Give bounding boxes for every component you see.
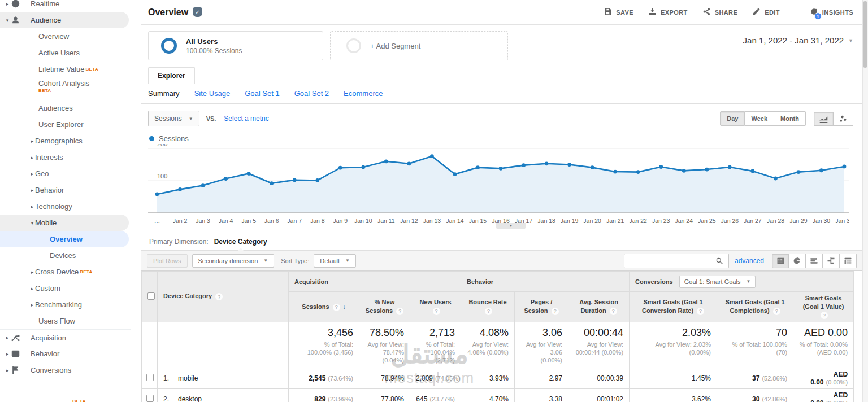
help-icon[interactable]: ? bbox=[333, 304, 340, 311]
metric-selector[interactable]: Sessions ▼ bbox=[148, 111, 199, 126]
beta-badge: BETA bbox=[85, 67, 98, 72]
column-header-bounce-rate[interactable]: Bounce Rate ? bbox=[461, 292, 515, 322]
pie-view-icon-button[interactable] bbox=[789, 254, 806, 268]
subtab-goal-set-1[interactable]: Goal Set 1 bbox=[245, 89, 279, 98]
column-header-smart-goals-goal-1-value-[interactable]: Smart Goals (Goal 1 Value) ? bbox=[793, 292, 854, 322]
sidebar-item-user-explorer[interactable]: User Explorer bbox=[0, 116, 131, 133]
sidebar-item-geo[interactable]: ▸Geo bbox=[0, 165, 131, 182]
column-header-avg-session-duration[interactable]: Avg. Session Duration ? bbox=[568, 292, 630, 322]
motion-chart-icon-button[interactable] bbox=[834, 112, 853, 126]
granularity-week[interactable]: Week bbox=[745, 111, 774, 126]
add-segment-button[interactable]: + Add Segment bbox=[330, 31, 508, 60]
sidebar-item-cross-device[interactable]: ▸Cross DeviceBETA bbox=[0, 264, 131, 280]
plot-rows-button[interactable]: Plot Rows bbox=[147, 254, 188, 268]
column-header-sessions[interactable]: Sessions ?↓ bbox=[289, 292, 359, 322]
add-segment-label: + Add Segment bbox=[370, 42, 420, 50]
sidebar-item-benchmarking[interactable]: ▸Benchmarking bbox=[0, 296, 131, 313]
goal-selector[interactable]: Goal 1: Smart Goals▼ bbox=[679, 276, 756, 288]
granularity-month[interactable]: Month bbox=[774, 111, 806, 126]
line-chart-icon-button[interactable] bbox=[814, 112, 834, 126]
help-icon[interactable]: ? bbox=[552, 308, 559, 315]
sidebar-item-acquisition[interactable]: ▸Acquisition bbox=[0, 329, 131, 346]
totals-row: 3,456% of Total:100.00% (3,456)78.50%Avg… bbox=[142, 322, 854, 368]
sidebar-item-technology[interactable]: ▸Technology bbox=[0, 198, 131, 215]
share-button[interactable]: SHARE bbox=[702, 7, 738, 17]
column-header-smart-goals-goal-1-conversion-rate-[interactable]: Smart Goals (Goal 1 Conversion Rate) ? bbox=[630, 292, 717, 322]
dimension-header[interactable]: Device Category ? bbox=[158, 272, 289, 322]
sidebar-item-overview[interactable]: Overview bbox=[0, 231, 129, 247]
line-chart[interactable]: 200100…Jan 2Jan 3Jan 4Jan 5Jan 6Jan 7Jan… bbox=[148, 144, 849, 229]
secondary-dimension-button[interactable]: Secondary dimension▼ bbox=[192, 254, 275, 268]
data-point bbox=[453, 172, 457, 176]
sidebar-item-custom[interactable]: ▸Custom bbox=[0, 280, 131, 296]
data-point bbox=[774, 177, 778, 181]
primary-dimension-value[interactable]: Device Category bbox=[214, 238, 267, 246]
data-point bbox=[705, 168, 709, 172]
percent-view-icon-button[interactable] bbox=[806, 254, 823, 268]
chart-collapse-handle[interactable]: ▼ bbox=[496, 223, 526, 229]
segment-all-users[interactable]: All Users 100.00% Sessions bbox=[148, 31, 323, 60]
sidebar-item-audiences[interactable]: Audiences bbox=[0, 100, 131, 116]
x-tick-label: Jan 30 bbox=[813, 217, 831, 224]
sort-arrow-icon[interactable]: ↓ bbox=[342, 303, 346, 311]
row-checkbox[interactable] bbox=[146, 395, 154, 402]
sidebar-item-active-users[interactable]: Active Users bbox=[0, 45, 131, 61]
sidebar-item-interests[interactable]: ▸Interests bbox=[0, 149, 131, 165]
sidebar-item-lifetime-value[interactable]: Lifetime ValueBETA bbox=[0, 61, 131, 77]
tab-explorer[interactable]: Explorer bbox=[148, 67, 195, 84]
subtab-summary[interactable]: Summary bbox=[148, 89, 180, 98]
sidebar-item-behavior[interactable]: ▸Behavior bbox=[0, 346, 131, 362]
help-icon[interactable]: ? bbox=[697, 308, 704, 315]
sidebar-item-cohort-analysis[interactable]: Cohort AnalysisBETA bbox=[0, 77, 131, 100]
metric-cell: 00:00:39 bbox=[568, 368, 630, 389]
help-icon[interactable]: ? bbox=[433, 308, 440, 315]
help-icon[interactable]: ? bbox=[485, 308, 492, 315]
row-checkbox[interactable] bbox=[146, 374, 154, 381]
table-row-desktop[interactable]: 2.desktop829(23.99%)77.80%645(23.77%)4.7… bbox=[142, 389, 854, 402]
help-icon[interactable]: ? bbox=[396, 308, 403, 315]
sidebar-item-conversions[interactable]: ▸Conversions bbox=[0, 362, 131, 378]
subtab-site-usage[interactable]: Site Usage bbox=[194, 89, 231, 98]
table-row-mobile[interactable]: 1.mobile2,545(73.64%)78.94%2,009(74.05%)… bbox=[142, 368, 854, 389]
help-icon[interactable]: ? bbox=[215, 293, 223, 300]
sidebar-item-users-flow[interactable]: Users Flow bbox=[0, 313, 131, 329]
metric-selector-value: Sessions bbox=[154, 115, 182, 123]
advanced-link[interactable]: advanced bbox=[735, 257, 764, 265]
help-icon[interactable]: ? bbox=[610, 308, 617, 315]
help-icon[interactable]: ? bbox=[773, 308, 780, 315]
chevron-right-icon: ▸ bbox=[5, 368, 10, 373]
select-all-checkbox[interactable] bbox=[147, 292, 155, 300]
sidebar-item-overview[interactable]: Overview bbox=[0, 28, 131, 45]
save-button[interactable]: SAVE bbox=[604, 7, 633, 17]
insights-button[interactable]: INSIGHTS1 bbox=[810, 7, 853, 17]
sidebar-item-realtime[interactable]: ▸Realtime bbox=[0, 0, 131, 12]
sort-type-button[interactable]: Default▼ bbox=[314, 254, 356, 268]
column-header-new-users[interactable]: New Users ? bbox=[410, 292, 461, 322]
granularity-day[interactable]: Day bbox=[720, 111, 745, 126]
subtab-ecommerce[interactable]: Ecommerce bbox=[344, 89, 383, 98]
x-tick-label: Jan 21 bbox=[606, 217, 624, 224]
sidebar-item-demographics[interactable]: ▸Demographics bbox=[0, 133, 131, 149]
subtab-goal-set-2[interactable]: Goal Set 2 bbox=[294, 89, 329, 98]
select-metric-link[interactable]: Select a metric bbox=[224, 115, 268, 123]
date-range-picker[interactable]: Jan 1, 2022 - Jan 31, 2022 ▼ bbox=[743, 36, 853, 49]
table-search-input[interactable] bbox=[624, 254, 710, 268]
sidebar-item-devices[interactable]: Devices bbox=[0, 247, 131, 264]
sidebar-item-mobile[interactable]: ▾Mobile bbox=[0, 215, 129, 231]
sidebar-item-audience[interactable]: ▾Audience bbox=[0, 12, 129, 28]
scrollbar-thumb[interactable] bbox=[863, 1, 867, 68]
vertical-scrollbar[interactable] bbox=[862, 0, 868, 402]
column-header-pages-session[interactable]: Pages / Session ? bbox=[515, 292, 568, 322]
export-button[interactable]: EXPORT bbox=[648, 7, 688, 17]
column-header-smart-goals-goal-1-completions-[interactable]: Smart Goals (Goal 1 Completions) ? bbox=[717, 292, 793, 322]
sidebar-item-behavior[interactable]: ▸Behavior bbox=[0, 182, 131, 198]
edit-button[interactable]: EDIT bbox=[752, 7, 780, 17]
chevron-right-icon: ▸ bbox=[29, 204, 35, 209]
search-button[interactable] bbox=[710, 254, 729, 268]
x-tick-label: Jan 15 bbox=[469, 217, 487, 224]
comparison-view-icon-button[interactable] bbox=[823, 254, 840, 268]
column-header--new-sessions[interactable]: % New Sessions ? bbox=[359, 292, 410, 322]
help-icon[interactable]: ? bbox=[821, 312, 828, 319]
table-view-icon-button[interactable] bbox=[772, 254, 789, 268]
pivot-view-icon-button[interactable] bbox=[840, 254, 857, 268]
